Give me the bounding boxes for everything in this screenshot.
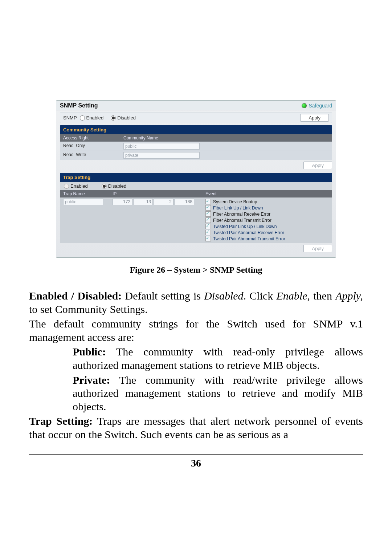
event-label: Twisted Pair Abnormal Transmit Error: [213, 236, 285, 241]
event-label: Fiber Abnormal Transmit Error: [213, 218, 271, 223]
ip-octet-input[interactable]: [175, 199, 194, 205]
community-section-header: Community Setting: [60, 125, 332, 134]
checkbox-icon: [205, 224, 211, 229]
checkbox-icon: [205, 230, 211, 235]
paragraph: The default community strings for the Sw…: [29, 317, 363, 344]
trap-event-item[interactable]: Twisted Pair Abnormal Transmit Error: [205, 236, 329, 242]
radio-icon: [64, 184, 69, 189]
radio-icon: [80, 115, 85, 121]
text-run: The community with read-only privilege a…: [73, 346, 363, 371]
page-number: 36: [29, 457, 363, 469]
label-public: Public:: [73, 346, 106, 358]
radio-selected-icon: [102, 184, 107, 189]
paragraph-trap: Trap Setting: Traps are messages that al…: [29, 415, 363, 441]
label-private: Private:: [73, 374, 110, 386]
trap-enabled-option[interactable]: Enabled: [64, 183, 88, 189]
community-name-input[interactable]: [123, 143, 200, 150]
spacer: [56, 254, 336, 257]
event-label: System Device Bootup: [213, 199, 257, 204]
snmp-label: SNMP: [63, 115, 77, 121]
trap-event-item[interactable]: System Device Bootup: [205, 199, 329, 205]
trap-disabled-label: Disabled: [108, 183, 127, 189]
snmp-disabled-label: Disabled: [117, 115, 136, 121]
ip-octet-input[interactable]: [154, 199, 173, 205]
col-trap-event: Event: [203, 190, 332, 197]
paragraph-public: Public: The community with read-only pri…: [29, 345, 363, 372]
col-access-right: Access Right: [60, 134, 121, 142]
trap-apply-row: Apply: [56, 243, 336, 254]
community-table-header: Access Right Community Name: [60, 134, 332, 142]
trap-enable-row: Enabled Disabled: [60, 182, 332, 190]
checkbox-icon: [205, 236, 211, 241]
italic-run: Apply,: [335, 290, 363, 302]
community-right-label: Read_Only: [60, 142, 121, 151]
trap-events: System Device Bootup Fiber Link Up / Lin…: [203, 197, 332, 243]
trap-event-item[interactable]: Twisted Pair Abnormal Receive Error: [205, 229, 329, 236]
snmp-settings-screenshot: SNMP Setting Safeguard SNMP Enabled Disa…: [56, 100, 336, 258]
community-row: Read_Only: [60, 142, 332, 151]
snmp-enabled-option[interactable]: Enabled: [80, 115, 104, 121]
trap-event-item[interactable]: Fiber Abnormal Transmit Error: [205, 217, 329, 223]
snmp-apply-button[interactable]: Apply: [300, 114, 329, 122]
document-page: SNMP Setting Safeguard SNMP Enabled Disa…: [0, 0, 392, 487]
ip-octet-input[interactable]: [113, 199, 132, 205]
checkbox-icon: [205, 205, 211, 211]
trap-section-header: Trap Setting: [60, 173, 332, 182]
community-name-input[interactable]: [123, 152, 200, 159]
trap-enabled-label: Enabled: [70, 183, 88, 189]
window-title: SNMP Setting: [60, 102, 98, 109]
text-run: then: [310, 290, 335, 302]
community-panel: Access Right Community Name Read_Only Re…: [60, 134, 332, 160]
checkbox-icon: [205, 199, 211, 204]
paragraph-private: Private: The community with read/write p…: [29, 374, 363, 414]
community-row: Read_Write: [60, 151, 332, 160]
snmp-enabled-label: Enabled: [86, 115, 104, 121]
trap-table-header: Trap Name IP Event: [60, 190, 332, 197]
event-label: Fiber Abnormal Receive Error: [213, 212, 270, 217]
event-label: Fiber Link Up / Link Down: [213, 205, 263, 211]
safeguard-label: Safeguard: [309, 103, 332, 109]
trap-panel: Enabled Disabled Trap Name IP Event: [60, 182, 332, 243]
text-run: The community with read/write privilege …: [73, 374, 363, 412]
checkbox-icon: [205, 217, 211, 223]
trap-apply-button[interactable]: Apply: [303, 245, 332, 252]
event-label: Twisted Pair Link Up / Link Down: [213, 224, 277, 229]
community-right-label: Read_Write: [60, 151, 121, 160]
col-community-name: Community Name: [121, 134, 332, 142]
community-apply-row: Apply: [56, 160, 336, 171]
paragraph: Enabled / Disabled: Default setting is D…: [29, 289, 363, 316]
trap-event-item[interactable]: Twisted Pair Link Up / Link Down: [205, 223, 329, 229]
body-text: Enabled / Disabled: Default setting is D…: [29, 289, 363, 441]
figure-caption: Figure 26 – System > SNMP Setting: [29, 265, 363, 275]
text-run: . Click: [244, 290, 277, 302]
text-run: Default setting is: [122, 290, 204, 302]
safeguard-indicator: Safeguard: [302, 103, 332, 109]
snmp-enable-row: SNMP Enabled Disabled Apply: [60, 113, 332, 123]
ip-octet-input[interactable]: [133, 199, 153, 205]
safeguard-led-icon: [302, 103, 306, 108]
col-trap-name: Trap Name: [60, 190, 110, 197]
footer-rule: [29, 454, 363, 455]
snmp-disabled-option[interactable]: Disabled: [111, 115, 136, 121]
window-titlebar: SNMP Setting Safeguard: [56, 101, 336, 110]
italic-run: Disabled: [204, 290, 243, 302]
col-trap-ip: IP: [110, 190, 203, 197]
event-label: Twisted Pair Abnormal Receive Error: [213, 230, 284, 235]
trap-name-input[interactable]: [63, 199, 103, 205]
trap-event-item[interactable]: Fiber Abnormal Receive Error: [205, 211, 329, 217]
trap-event-item[interactable]: Fiber Link Up / Link Down: [205, 205, 329, 211]
checkbox-icon: [205, 211, 211, 217]
radio-selected-icon: [111, 115, 116, 121]
text-run: to set Community Settings.: [29, 303, 148, 315]
trap-row: System Device Bootup Fiber Link Up / Lin…: [60, 197, 332, 243]
italic-run: Enable,: [277, 290, 310, 302]
label-trap-setting: Trap Setting:: [29, 415, 93, 427]
community-apply-button[interactable]: Apply: [303, 162, 332, 169]
trap-disabled-option[interactable]: Disabled: [102, 183, 127, 189]
label-enabled-disabled: Enabled / Disabled:: [29, 290, 122, 302]
trap-ip-group: [113, 199, 200, 205]
